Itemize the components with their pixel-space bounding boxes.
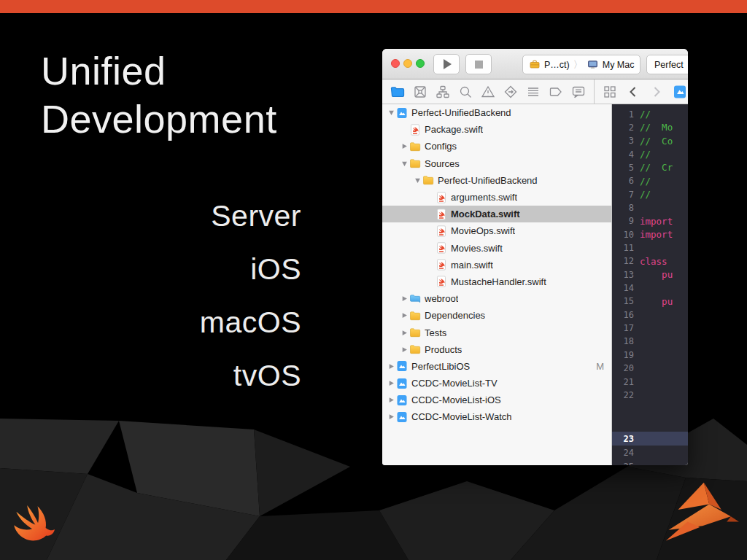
line-number: 10 bbox=[612, 230, 640, 240]
code-text: // Cr bbox=[640, 162, 673, 173]
tree-row-mockdata-swift[interactable]: MockData.swift bbox=[382, 206, 611, 222]
tree-label: PerfectLibiOS bbox=[411, 361, 470, 372]
jump-bar bbox=[595, 84, 688, 100]
scheme-separator: 〉 bbox=[573, 58, 583, 71]
disclosure-triangle-icon[interactable] bbox=[400, 159, 409, 168]
disclosure-triangle-icon[interactable] bbox=[387, 108, 396, 117]
disclosure-triangle-icon[interactable] bbox=[400, 294, 409, 303]
disclosure-triangle-icon[interactable] bbox=[387, 378, 396, 388]
platform-item-server: Server bbox=[0, 190, 301, 243]
current-code-line: 23 bbox=[612, 432, 688, 446]
tree-label: Perfect-UnifiedBackend bbox=[411, 107, 511, 118]
tree-row-perfectlibios[interactable]: PerfectLibiOSM bbox=[382, 358, 611, 375]
source-editor[interactable]: 1//2// Mo3// Co4//5// Cr6//7//89import10… bbox=[612, 104, 688, 465]
slide-title-line1: Unified bbox=[41, 47, 277, 95]
code-line: 14 bbox=[612, 281, 688, 295]
play-icon bbox=[444, 59, 452, 69]
project-icon bbox=[396, 394, 408, 406]
run-button[interactable] bbox=[433, 54, 460, 74]
tree-row-sources[interactable]: Sources bbox=[382, 155, 611, 172]
stop-button[interactable] bbox=[465, 54, 492, 74]
disclosure-triangle-icon[interactable] bbox=[387, 412, 396, 421]
slide-title-line2: Development bbox=[41, 95, 277, 143]
tree-label: main.swift bbox=[451, 260, 493, 271]
no-disclosure bbox=[426, 209, 436, 219]
tree-row-perfect-unifiedbackend[interactable]: Perfect-UnifiedBackend bbox=[382, 104, 611, 121]
forward-icon[interactable] bbox=[649, 84, 665, 100]
find-navigator-icon[interactable] bbox=[457, 84, 473, 100]
platform-list: ServeriOSmacOStvOS bbox=[0, 190, 301, 402]
disclosure-triangle-icon[interactable] bbox=[400, 328, 409, 338]
close-button[interactable] bbox=[391, 59, 400, 68]
swift-icon bbox=[436, 192, 447, 203]
origami-bird-icon bbox=[662, 481, 741, 545]
stop-icon bbox=[475, 61, 483, 69]
code-text: // bbox=[640, 149, 651, 160]
tree-label: CCDC-MovieList-Watch bbox=[411, 411, 511, 422]
tree-label: MovieOps.swift bbox=[451, 225, 515, 236]
tree-row-ccdc-movielist-ios[interactable]: CCDC-MovieList-iOS bbox=[382, 392, 611, 408]
tree-row-perfect-unifiedbackend[interactable]: Perfect-UnifiedBackend bbox=[382, 172, 611, 189]
tree-row-configs[interactable]: Configs bbox=[382, 138, 611, 155]
project-navigator-icon[interactable] bbox=[390, 84, 406, 100]
code-line: 11 bbox=[612, 241, 688, 255]
line-number: 4 bbox=[612, 149, 640, 160]
xcode-window: P…ct) 〉 My Mac Perfect Perfect-UnifiedBa… bbox=[382, 49, 688, 465]
slide-title: Unified Development bbox=[41, 47, 277, 143]
tree-label: arguments.swift bbox=[451, 192, 517, 203]
tree-row-webroot[interactable]: webroot bbox=[382, 290, 611, 307]
code-text: import bbox=[640, 216, 673, 227]
code-text: import bbox=[640, 229, 673, 240]
code-line: 13 pu bbox=[612, 268, 688, 281]
line-number: 6 bbox=[612, 176, 640, 186]
code-line: 15 pu bbox=[612, 295, 688, 308]
disclosure-triangle-icon[interactable] bbox=[400, 345, 409, 354]
symbol-navigator-icon[interactable] bbox=[412, 84, 428, 100]
tree-label: CCDC-MovieList-iOS bbox=[411, 394, 501, 405]
swift-icon bbox=[436, 209, 447, 220]
briefcase-icon bbox=[529, 59, 541, 70]
related-items-icon[interactable] bbox=[602, 84, 618, 100]
code-line: 22 bbox=[612, 388, 688, 402]
no-disclosure bbox=[426, 244, 436, 253]
zoom-button[interactable] bbox=[416, 59, 425, 68]
tree-row-package-swift[interactable]: Package.swift bbox=[382, 121, 611, 138]
code-text: class bbox=[640, 256, 667, 267]
scheme-selector[interactable]: P…ct) 〉 My Mac bbox=[522, 55, 640, 74]
code-line: 24 bbox=[612, 446, 688, 459]
code-line: 7// bbox=[612, 187, 688, 201]
disclosure-triangle-icon[interactable] bbox=[387, 362, 396, 371]
test-navigator-icon[interactable] bbox=[503, 84, 519, 100]
xcode-body: Perfect-UnifiedBackendPackage.swiftConfi… bbox=[382, 104, 688, 465]
back-icon[interactable] bbox=[625, 84, 641, 100]
issue-navigator-icon[interactable] bbox=[480, 84, 496, 100]
code-line: 3// Co bbox=[612, 134, 688, 148]
tree-row-ccdc-movielist-tv[interactable]: CCDC-MovieList-TV bbox=[382, 375, 611, 392]
debug-navigator-icon[interactable] bbox=[525, 84, 541, 100]
tree-row-movies-swift[interactable]: Movies.swift bbox=[382, 240, 611, 257]
disclosure-triangle-icon[interactable] bbox=[400, 311, 409, 320]
tree-row-arguments-swift[interactable]: arguments.swift bbox=[382, 189, 611, 206]
tree-row-tests[interactable]: Tests bbox=[382, 324, 611, 341]
line-number: 2 bbox=[612, 122, 640, 133]
disclosure-triangle-icon[interactable] bbox=[413, 176, 422, 185]
minimize-button[interactable] bbox=[403, 59, 412, 68]
line-number: 12 bbox=[612, 256, 640, 266]
swift-icon bbox=[436, 225, 447, 237]
file-icon[interactable] bbox=[672, 84, 688, 100]
code-line: 17 bbox=[612, 322, 688, 335]
tree-row-main-swift[interactable]: main.swift bbox=[382, 257, 611, 273]
tree-label: CCDC-MovieList-TV bbox=[411, 378, 498, 389]
report-navigator-icon[interactable] bbox=[570, 84, 587, 100]
disclosure-triangle-icon[interactable] bbox=[400, 141, 409, 151]
disclosure-triangle-icon[interactable] bbox=[387, 395, 396, 405]
tree-row-movieops-swift[interactable]: MovieOps.swift bbox=[382, 222, 611, 239]
hierarchy-navigator-icon[interactable] bbox=[435, 84, 451, 100]
tree-row-ccdc-movielist-watch[interactable]: CCDC-MovieList-Watch bbox=[382, 408, 611, 425]
tree-row-products[interactable]: Products bbox=[382, 341, 611, 358]
breakpoint-navigator-icon[interactable] bbox=[548, 84, 564, 100]
no-disclosure bbox=[400, 125, 409, 134]
tree-row-dependencies[interactable]: Dependencies bbox=[382, 307, 611, 324]
no-disclosure bbox=[426, 277, 436, 287]
tree-row-mustachehandler-swift[interactable]: MustacheHandler.swift bbox=[382, 273, 611, 290]
